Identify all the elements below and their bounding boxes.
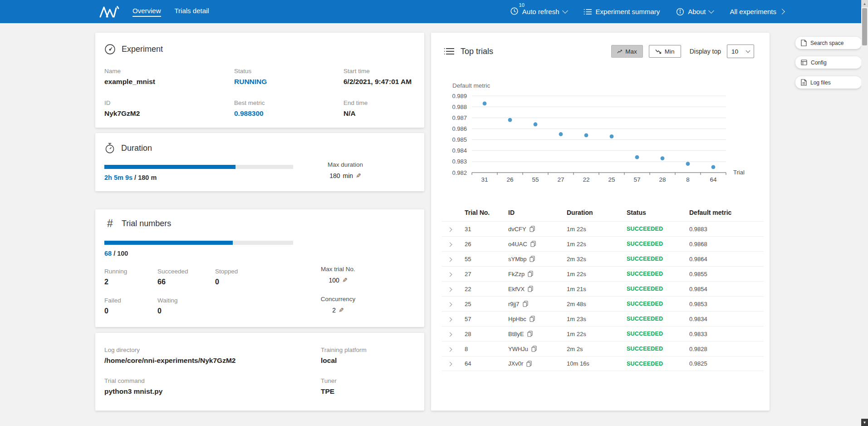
tab-overview[interactable]: Overview [132, 7, 161, 17]
trial-id-cell: dvCFY [508, 226, 567, 233]
copy-icon[interactable] [530, 226, 535, 232]
field-label: Name [104, 68, 234, 74]
concurrency-label: Concurrency [309, 296, 368, 302]
trial-id: dvCFY [508, 226, 526, 233]
table-row[interactable]: 25r9jj72m 48sSUCCEEDED0.9853 [442, 296, 764, 311]
duration-cell: 2m 2s [567, 346, 627, 352]
table-row[interactable]: 22EkfVX1m 21sSUCCEEDED0.9854 [442, 281, 764, 296]
column-header: Trial No. [465, 209, 508, 216]
field-label: Log directory [104, 347, 321, 353]
trial-stats: Running2Succeeded66Stopped0Failed0Waitin… [104, 268, 304, 315]
expand-row-icon[interactable] [448, 347, 452, 352]
status-cell: SUCCEEDED [627, 361, 689, 367]
top-trials-card: Top trials Max Min Display top 10 Defaul… [431, 33, 770, 411]
expand-row-icon[interactable] [448, 287, 452, 292]
table-row[interactable]: 64JXv0r10m 16sSUCCEEDED0.9825 [442, 356, 764, 371]
nav-right: 10 Auto refresh Experiment summary About… [510, 7, 784, 17]
config-button[interactable]: Config [795, 56, 862, 69]
trial-id-cell: EkfVX [508, 286, 567, 292]
field-value: example_mnist [104, 78, 234, 86]
svg-text:0.986: 0.986 [452, 125, 467, 132]
experiment-summary-button[interactable]: Experiment summary [584, 8, 660, 15]
log-files-button[interactable]: Log files [795, 76, 862, 89]
scroll-down-button[interactable]: ▼ [861, 419, 868, 426]
copy-icon[interactable] [530, 256, 535, 262]
trials-done: 68 [104, 250, 112, 257]
display-top-select[interactable]: 10 [727, 45, 754, 58]
expand-row-icon[interactable] [448, 332, 452, 337]
edit-concurrency-button[interactable]: ✎ [338, 307, 344, 314]
expand-cell [442, 331, 465, 337]
trend-up-icon [617, 49, 622, 54]
metric-cell: 0.9834 [689, 316, 764, 322]
table-row[interactable]: 31dvCFY1m 22sSUCCEEDED0.9883 [442, 221, 764, 236]
copy-icon[interactable] [530, 241, 536, 247]
duration-cell: 2m 48s [567, 301, 627, 307]
edit-max-duration-button[interactable]: ✎ [356, 172, 361, 179]
min-button[interactable]: Min [649, 45, 681, 58]
field-label: Tuner [321, 377, 415, 384]
svg-text:64: 64 [710, 176, 717, 183]
column-header: Default metric [689, 209, 764, 216]
trial-id-cell: FkZzp [508, 271, 567, 277]
metric-cell: 0.9883 [689, 226, 764, 233]
svg-text:8: 8 [686, 176, 690, 183]
table-row[interactable]: 55sYMbp2m 32sSUCCEEDED0.9864 [442, 251, 764, 266]
expand-cell [442, 271, 465, 277]
all-experiments-button[interactable]: All experiments [730, 8, 784, 15]
table-row[interactable]: 26o4UAC1m 22sSUCCEEDED0.9868 [442, 236, 764, 251]
expand-row-icon[interactable] [448, 317, 452, 322]
metric-cell: 0.9825 [689, 360, 764, 367]
auto-refresh-button[interactable]: 10 Auto refresh [510, 7, 567, 17]
display-top-label: Display top [690, 48, 721, 55]
metric-cell: 0.9868 [689, 241, 764, 248]
svg-text:28: 28 [659, 176, 666, 183]
table-row[interactable]: 57HpHbc1m 23sSUCCEEDED0.9834 [442, 311, 764, 326]
default-metric-chart: Default metric0.9890.9880.9870.9860.9850… [440, 80, 760, 189]
trial-id: sYMbp [508, 256, 526, 263]
expand-row-icon[interactable] [448, 272, 452, 277]
expand-row-icon[interactable] [448, 242, 452, 247]
copy-icon[interactable] [526, 361, 532, 367]
copy-icon[interactable] [528, 271, 533, 277]
scroll-up-button[interactable]: ▲ [861, 0, 868, 7]
copy-icon[interactable] [527, 331, 533, 337]
field-label: Best metric [234, 99, 343, 106]
expand-cell [442, 316, 465, 322]
svg-text:57: 57 [633, 176, 640, 183]
expand-row-icon[interactable] [448, 257, 452, 262]
svg-text:22: 22 [583, 176, 589, 183]
duration-card-title: Duration [121, 144, 152, 153]
expand-row-icon[interactable] [448, 362, 452, 367]
trial-stat: Waiting0 [157, 297, 215, 315]
svg-text:55: 55 [532, 176, 539, 183]
field-value: local [321, 357, 415, 365]
expand-row-icon[interactable] [448, 227, 452, 232]
navbar: Overview Trials detail 10 Auto refresh E… [0, 0, 868, 23]
edit-max-trial-button[interactable]: ✎ [342, 277, 348, 284]
metric-cell: 0.9864 [689, 256, 764, 263]
clock-icon: 10 [510, 7, 519, 17]
copy-icon[interactable] [531, 346, 537, 352]
duration-cell: 1m 22s [567, 271, 627, 277]
search-space-button[interactable]: Search space [795, 37, 862, 49]
expand-row-icon[interactable] [448, 302, 452, 307]
svg-text:0.984: 0.984 [452, 147, 467, 154]
column-header: Status [627, 209, 689, 216]
about-button[interactable]: About [676, 8, 713, 16]
table-row[interactable]: 28Bt8yE1m 22sSUCCEEDED0.9833 [442, 326, 764, 341]
max-button[interactable]: Max [611, 45, 643, 58]
copy-icon[interactable] [528, 286, 533, 292]
table-row[interactable]: 27FkZzp1m 22sSUCCEEDED0.9855 [442, 266, 764, 281]
table-row[interactable]: 8YWHJu2m 2sSUCCEEDED0.9828 [442, 341, 764, 356]
trend-down-icon [655, 49, 662, 54]
tab-trials-detail[interactable]: Trials detail [175, 7, 209, 17]
scrollbar-thumb[interactable] [862, 8, 867, 45]
copy-icon[interactable] [530, 316, 535, 322]
field-label: End time [343, 99, 415, 106]
copy-icon[interactable] [523, 301, 528, 307]
info-field: TunerTPE [321, 377, 415, 396]
trial-id: FkZzp [508, 271, 525, 277]
duration-cell: 1m 22s [567, 226, 627, 233]
stopwatch-icon [104, 142, 115, 154]
